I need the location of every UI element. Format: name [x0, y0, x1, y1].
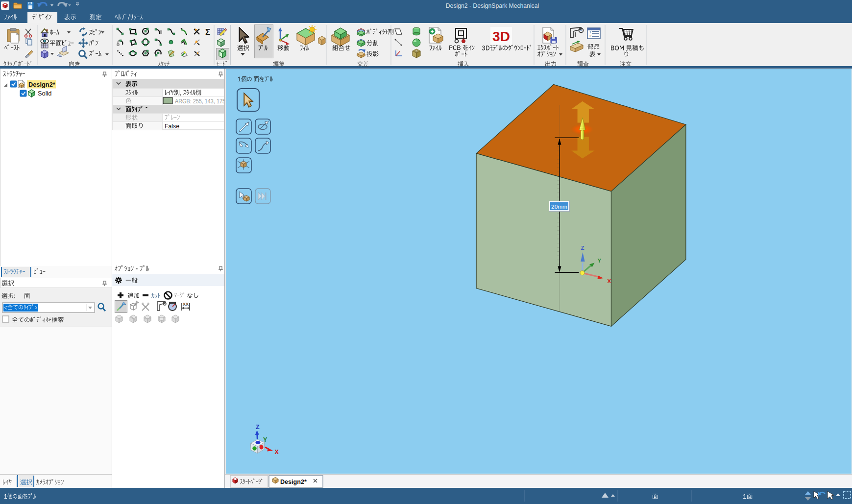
svg-text:Design2*: Design2*	[280, 479, 307, 485]
svg-text:Y: Y	[598, 258, 602, 264]
svg-text:Z: Z	[256, 424, 260, 431]
svg-text:Y: Y	[263, 436, 268, 443]
svg-text:Σ: Σ	[205, 27, 210, 37]
svg-text:Design2 - DesignSpark Mechanic: Design2 - DesignSpark Mechanical	[446, 2, 539, 9]
svg-text:Z: Z	[581, 245, 584, 251]
svg-text:ARGB: 255, 143, 175: ARGB: 255, 143, 175	[175, 98, 225, 105]
svg-text:1: 1	[589, 30, 591, 34]
svg-text:2: 2	[589, 34, 591, 38]
svg-text:X: X	[608, 278, 611, 284]
svg-text:3D: 3D	[492, 29, 510, 44]
svg-text:XX: XX	[183, 302, 189, 307]
svg-text:Solid: Solid	[38, 90, 51, 97]
svg-text:Design2*: Design2*	[28, 81, 55, 88]
svg-text:20mm: 20mm	[551, 203, 567, 210]
svg-text:X: X	[275, 449, 279, 456]
svg-text:False: False	[165, 123, 179, 130]
